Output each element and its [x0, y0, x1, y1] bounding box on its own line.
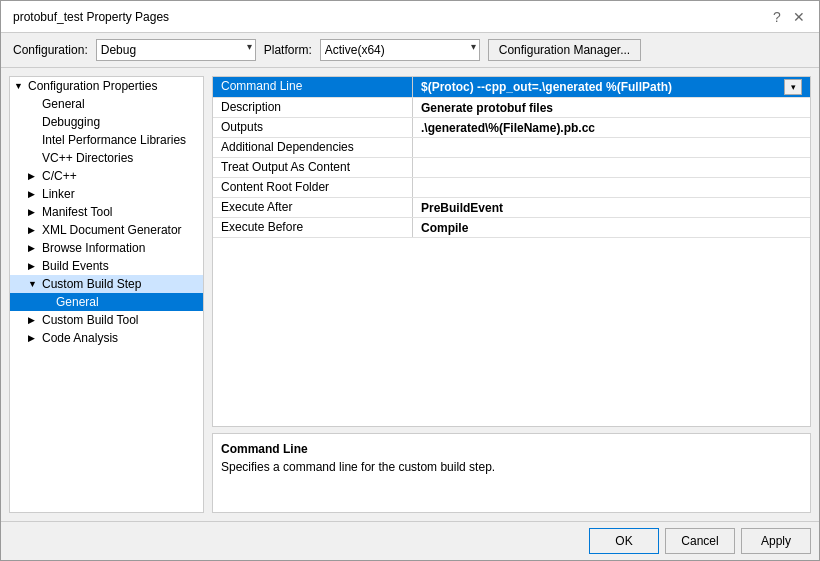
prop-row-treat-output[interactable]: Treat Output As Content — [213, 158, 810, 178]
tree-toggle-custom-build-step: ▼ — [28, 279, 42, 289]
prop-value-text-command-line: $(Protoc) --cpp_out=.\generated %(FullPa… — [421, 80, 672, 94]
help-button[interactable]: ? — [769, 9, 785, 25]
window-title: protobuf_test Property Pages — [13, 10, 169, 24]
tree-label-general: General — [42, 97, 85, 111]
close-button[interactable]: ✕ — [791, 9, 807, 25]
tree-label-custom-build-step: Custom Build Step — [42, 277, 141, 291]
title-buttons: ? ✕ — [769, 9, 807, 25]
prop-dropdown-btn-command-line[interactable]: ▾ — [784, 79, 802, 95]
tree-label-custom-build-tool: Custom Build Tool — [42, 313, 139, 327]
config-manager-button[interactable]: Configuration Manager... — [488, 39, 641, 61]
tree-label-xml-doc: XML Document Generator — [42, 223, 182, 237]
apply-button[interactable]: Apply — [741, 528, 811, 554]
prop-row-outputs[interactable]: Outputs .\generated\%(FileName).pb.cc — [213, 118, 810, 138]
tree-item-cpp[interactable]: ▶ C/C++ — [10, 167, 203, 185]
description-panel: Command Line Specifies a command line fo… — [212, 433, 811, 513]
tree-toggle-cpp: ▶ — [28, 171, 42, 181]
description-text: Specifies a command line for the custom … — [221, 460, 802, 474]
tree-item-vcpp-dirs[interactable]: VC++ Directories — [10, 149, 203, 167]
prop-name-outputs: Outputs — [213, 118, 413, 137]
tree-item-browse-info[interactable]: ▶ Browse Information — [10, 239, 203, 257]
tree-label-general-sub: General — [56, 295, 99, 309]
prop-value-outputs: .\generated\%(FileName).pb.cc — [413, 118, 810, 137]
tree-label-code-analysis: Code Analysis — [42, 331, 118, 345]
prop-name-additional-deps: Additional Dependencies — [213, 138, 413, 157]
tree-toggle-manifest-tool: ▶ — [28, 207, 42, 217]
tree-toggle-code-analysis: ▶ — [28, 333, 42, 343]
prop-value-text-outputs: .\generated\%(FileName).pb.cc — [421, 121, 595, 135]
tree-toggle-browse-info: ▶ — [28, 243, 42, 253]
prop-value-command-line: $(Protoc) --cpp_out=.\generated %(FullPa… — [413, 77, 810, 97]
tree-item-general[interactable]: General — [10, 95, 203, 113]
toolbar: Configuration: Debug Release Platform: A… — [1, 33, 819, 68]
tree-label-config-props: Configuration Properties — [28, 79, 157, 93]
tree-item-xml-doc[interactable]: ▶ XML Document Generator — [10, 221, 203, 239]
tree-label-cpp: C/C++ — [42, 169, 77, 183]
properties-table: Command Line $(Protoc) --cpp_out=.\gener… — [212, 76, 811, 427]
prop-name-execute-before: Execute Before — [213, 218, 413, 237]
prop-value-text-description: Generate protobuf files — [421, 101, 553, 115]
prop-value-description: Generate protobuf files — [413, 98, 810, 117]
tree-label-vcpp-dirs: VC++ Directories — [42, 151, 133, 165]
prop-value-additional-deps — [413, 138, 810, 157]
prop-row-description[interactable]: Description Generate protobuf files — [213, 98, 810, 118]
tree-toggle-build-events: ▶ — [28, 261, 42, 271]
right-panel: Command Line $(Protoc) --cpp_out=.\gener… — [212, 76, 811, 513]
prop-value-execute-before: Compile — [413, 218, 810, 237]
tree-item-debugging[interactable]: Debugging — [10, 113, 203, 131]
prop-row-content-root[interactable]: Content Root Folder — [213, 178, 810, 198]
tree-toggle-custom-build-tool: ▶ — [28, 315, 42, 325]
platform-select[interactable]: Active(x64) x64 x86 — [320, 39, 480, 61]
tree-label-intel-perf: Intel Performance Libraries — [42, 133, 186, 147]
title-bar: protobuf_test Property Pages ? ✕ — [1, 1, 819, 33]
prop-name-command-line: Command Line — [213, 77, 413, 97]
prop-row-command-line[interactable]: Command Line $(Protoc) --cpp_out=.\gener… — [213, 77, 810, 98]
platform-label: Platform: — [264, 43, 312, 57]
tree-item-linker[interactable]: ▶ Linker — [10, 185, 203, 203]
tree-toggle-linker: ▶ — [28, 189, 42, 199]
description-title: Command Line — [221, 442, 802, 456]
tree-label-debugging: Debugging — [42, 115, 100, 129]
tree-item-general-sub[interactable]: General — [10, 293, 203, 311]
tree-item-custom-build-step[interactable]: ▼ Custom Build Step — [10, 275, 203, 293]
config-label: Configuration: — [13, 43, 88, 57]
tree-label-linker: Linker — [42, 187, 75, 201]
prop-value-treat-output — [413, 158, 810, 177]
platform-select-wrapper: Active(x64) x64 x86 — [320, 39, 480, 61]
prop-value-execute-after: PreBuildEvent — [413, 198, 810, 217]
tree-item-manifest-tool[interactable]: ▶ Manifest Tool — [10, 203, 203, 221]
prop-name-content-root: Content Root Folder — [213, 178, 413, 197]
tree-item-build-events[interactable]: ▶ Build Events — [10, 257, 203, 275]
prop-name-description: Description — [213, 98, 413, 117]
prop-name-treat-output: Treat Output As Content — [213, 158, 413, 177]
prop-value-text-execute-before: Compile — [421, 221, 468, 235]
property-pages-window: protobuf_test Property Pages ? ✕ Configu… — [0, 0, 820, 561]
tree-toggle-config-props: ▼ — [14, 81, 28, 91]
tree-label-manifest-tool: Manifest Tool — [42, 205, 112, 219]
prop-row-execute-after[interactable]: Execute After PreBuildEvent — [213, 198, 810, 218]
ok-button[interactable]: OK — [589, 528, 659, 554]
prop-name-execute-after: Execute After — [213, 198, 413, 217]
bottom-buttons: OK Cancel Apply — [1, 521, 819, 560]
prop-value-text-execute-after: PreBuildEvent — [421, 201, 503, 215]
config-select[interactable]: Debug Release — [96, 39, 256, 61]
tree-toggle-xml-doc: ▶ — [28, 225, 42, 235]
cancel-button[interactable]: Cancel — [665, 528, 735, 554]
tree-item-code-analysis[interactable]: ▶ Code Analysis — [10, 329, 203, 347]
tree-label-browse-info: Browse Information — [42, 241, 145, 255]
prop-value-content-root — [413, 178, 810, 197]
content-area: ▼ Configuration Properties General Debug… — [1, 68, 819, 521]
tree-label-build-events: Build Events — [42, 259, 109, 273]
tree-item-custom-build-tool[interactable]: ▶ Custom Build Tool — [10, 311, 203, 329]
tree-panel: ▼ Configuration Properties General Debug… — [9, 76, 204, 513]
tree-item-config-props[interactable]: ▼ Configuration Properties — [10, 77, 203, 95]
config-select-wrapper: Debug Release — [96, 39, 256, 61]
tree-item-intel-perf[interactable]: Intel Performance Libraries — [10, 131, 203, 149]
prop-row-execute-before[interactable]: Execute Before Compile — [213, 218, 810, 238]
prop-row-additional-deps[interactable]: Additional Dependencies — [213, 138, 810, 158]
